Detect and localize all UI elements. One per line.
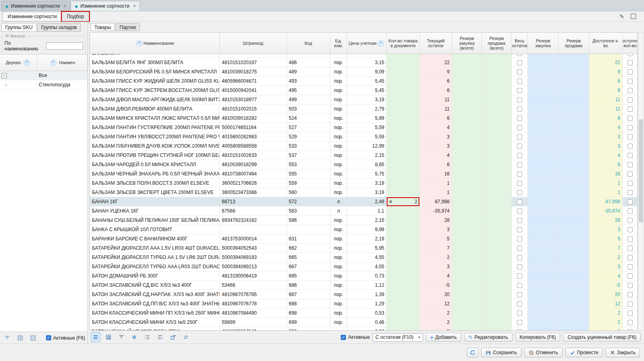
tab-podbor[interactable]: Подбор	[62, 12, 89, 21]
table-row[interactable]: БАТАРЕЙКИ ДЮРАСЕЛЛ ТУРБО AA 1.5V LR6 2ШТ…	[90, 253, 637, 262]
tab-sku-groups[interactable]: Группы SKU	[1, 23, 37, 32]
row-checkbox-available_flag[interactable]	[627, 199, 633, 204]
column-header-name[interactable]: ^Наименование	[90, 33, 220, 54]
export-icon[interactable]	[168, 332, 178, 342]
column-header-res_sale[interactable]: Резерв продажа	[559, 33, 589, 54]
row-checkbox-available_flag[interactable]	[627, 209, 633, 214]
row-checkbox-all_stock_flag[interactable]	[517, 60, 522, 65]
column-header-barcode[interactable]: Штрихкод	[220, 33, 287, 54]
column-header-doc_qty[interactable]: Кол-во товара в документе	[387, 33, 420, 54]
edit-button[interactable]: ✎ Редактировать	[464, 333, 513, 342]
row-checkbox-available_flag[interactable]	[627, 181, 633, 186]
row-checkbox-available_flag[interactable]	[627, 227, 633, 232]
table-row[interactable]: БАТОН ЗАСЛАВСКИЙ СД.НАР.ПАК. ХЛ/З №3 400…	[90, 290, 637, 299]
row-checkbox-available_flag[interactable]	[627, 273, 633, 279]
table-row[interactable]: БАЛЬЗАМ ПАНТИН УВЛ/ВОССТ.200МЛ PANTENE P…	[90, 132, 637, 142]
column-header-res_purchase_total[interactable]: Резерв закупка (всего)	[452, 33, 482, 54]
row-checkbox-available_flag[interactable]	[627, 69, 633, 75]
tab-warehouse-groups[interactable]: Группы складов	[37, 23, 81, 32]
table-row[interactable]: БАНАНЫ СУШ.БЕЛЫЙ ПЕЛИКАН 150Г БЕЛЫЙ ПЕЛИ…	[90, 216, 637, 225]
scrollbar-thumb[interactable]	[639, 119, 643, 222]
row-checkbox-available_flag[interactable]	[627, 88, 633, 93]
row-checkbox-all_stock_flag[interactable]	[517, 125, 522, 130]
row-checkbox-all_stock_flag[interactable]	[517, 273, 522, 279]
row-checkbox-all_stock_flag[interactable]	[517, 209, 522, 214]
row-checkbox-all_stock_flag[interactable]	[517, 79, 522, 84]
row-checkbox-available_flag[interactable]	[627, 320, 633, 325]
row-checkbox-all_stock_flag[interactable]	[517, 97, 522, 102]
table-row[interactable]: БАТОН НЕЖНЫЙ УП.290Г ЛЮБА ПЕЧЬ4811635004…	[90, 327, 637, 330]
table-row[interactable]: БАРАНКИ БАРСКИЕ С ВАНИЛИНОМ 400Г48137530…	[90, 234, 637, 244]
table-row[interactable]: БАТОН ЗАСЛАВСКИЙ СД.В/С ХЛ/З №3 400Г5346…	[90, 281, 637, 290]
row-checkbox-all_stock_flag[interactable]	[517, 144, 522, 149]
stock-filter-select[interactable]: С остатком (F10) ▾	[373, 333, 423, 342]
tab-sort-change[interactable]: Изменение сортности	[2, 12, 62, 21]
row-checkbox-available_flag[interactable]	[627, 54, 633, 56]
table-row[interactable]: БАЛЬЗАМ Д/ВОЛ.МАСЛО АРГ/ЖИДК.ШЕЛК 500МЛ …	[90, 95, 637, 104]
row-checkbox-available_flag[interactable]	[627, 264, 633, 269]
row-checkbox-all_stock_flag[interactable]	[517, 301, 522, 307]
column-header-price[interactable]: Цена учетная^	[347, 33, 387, 54]
column-header-res_sale_total[interactable]: Резерв продажа (всего)	[482, 33, 512, 54]
tree-row-glassware[interactable]: • Стеклопосуда	[0, 80, 88, 90]
edit-pencil-icon[interactable]: ✎	[619, 13, 624, 20]
table-row[interactable]: БАТОН КЛАССИЧЕСКИЙ МИНИ ХЛ/З №5 250Г5569…	[90, 318, 637, 327]
view-grid-icon[interactable]	[104, 332, 113, 342]
row-checkbox-all_stock_flag[interactable]	[517, 134, 522, 140]
table-row[interactable]: БАЛЬЗАМ ЭЛЬСЕВ ПОЛН.ВОССТ.5 200МЛ ELSEVE…	[90, 179, 637, 188]
table-row[interactable]: БАНАН УЦЕНКА 1КГ67566583л1,1-35,974-35,9…	[90, 207, 637, 216]
table-row[interactable]: БАЛЬЗАМ П/БР.НИВЕЯ Д/ЧУВ.КОЖ.УСПОК.100МЛ…	[90, 142, 637, 151]
table-row[interactable]: БАТАРЕЙКИ ДЮРАСЕЛЛ AAA 1.5V LR03 4ШТ DUR…	[90, 244, 637, 253]
row-checkbox-all_stock_flag[interactable]	[517, 283, 522, 288]
refresh-button[interactable]	[467, 348, 478, 357]
row-checkbox-available_flag[interactable]	[627, 190, 633, 195]
table-row[interactable]: БАЛЬЗАМ ЧЕРНЫЙ ЗНАХАРЬ РБ 0.5Л ЧЕРНЫЙ ЗН…	[90, 169, 637, 179]
row-checkbox-all_stock_flag[interactable]	[517, 116, 522, 121]
active-checkbox[interactable]	[46, 335, 51, 340]
row-checkbox-all_stock_flag[interactable]	[517, 236, 522, 242]
table-row[interactable]: БАЛЬЗАМ ПАНТИН ГУСТ/КРЕПКИЕ 200МЛ PANTEN…	[90, 123, 637, 132]
table-row[interactable]: БАТОН КЛАССИЧЕСКИЙ МИНИ ПП ХЛ/З №5 250Г …	[90, 309, 637, 318]
row-checkbox-all_stock_flag[interactable]	[517, 264, 522, 269]
column-header-code[interactable]: Код	[287, 33, 330, 54]
row-checkbox-available_flag[interactable]	[627, 301, 633, 307]
view-list-icon[interactable]	[91, 332, 100, 342]
window-tab-1[interactable]: ◆ Изменения сортности ×	[1, 1, 70, 11]
tab-batches[interactable]: Партии	[115, 23, 140, 31]
table-row[interactable]: БАТОН ДОМАШНИЙ РБ 300Г4813190006419685по…	[90, 271, 637, 281]
row-checkbox-available_flag[interactable]	[627, 134, 633, 140]
row-checkbox-available_flag[interactable]	[627, 97, 633, 102]
column-header-available[interactable]: Доступное к-во	[589, 33, 623, 54]
row-checkbox-all_stock_flag[interactable]	[517, 171, 522, 177]
numbered-list-icon[interactable]	[142, 332, 152, 342]
column-header-tree[interactable]: Дерево ^	[0, 54, 37, 71]
table-row[interactable]: БАЛЬЗАМ Д/ВОЛ.РЕВИВОР 450МЛ БЕЛИТА481015…	[90, 104, 637, 114]
add-button[interactable]: + Добавить	[426, 333, 461, 342]
row-checkbox-all_stock_flag[interactable]	[517, 218, 522, 223]
column-header-available_flag[interactable]: Доступное кол-во	[623, 33, 638, 54]
list-settings-icon[interactable]	[155, 332, 165, 342]
cancel-button[interactable]: Отменить	[524, 348, 563, 357]
table-row[interactable]: БАНАН 1КГ66713572л2,49✕287,99887,998	[90, 197, 637, 207]
row-checkbox-available_flag[interactable]	[627, 125, 633, 130]
tab-products[interactable]: Товары	[90, 23, 115, 31]
sync-icon[interactable]	[181, 332, 191, 342]
table-row[interactable]: БАЛЬЗАМ ...	[90, 54, 637, 58]
table-row[interactable]: БАЛЬЗАМ БЕЛОРУССКИЙ РБ 0.5Л МИНСК КРИСТА…	[90, 67, 637, 77]
active-filter-main[interactable]: Активные	[341, 334, 370, 340]
row-checkbox-all_stock_flag[interactable]	[517, 199, 522, 204]
expand-all-icon[interactable]	[15, 333, 25, 343]
maximize-icon[interactable]	[631, 14, 636, 19]
row-checkbox-all_stock_flag[interactable]	[517, 329, 522, 331]
table-row[interactable]: БАЛЬЗАМ ГЛИСС КУР ЭКСТРЕМ.ВОССТАН.200МЛ …	[90, 86, 637, 95]
row-checkbox-all_stock_flag[interactable]	[517, 181, 522, 186]
filter-icon[interactable]	[2, 333, 12, 343]
row-checkbox-available_flag[interactable]	[627, 171, 633, 177]
name-filter-input[interactable]	[46, 42, 83, 50]
row-checkbox-all_stock_flag[interactable]	[517, 255, 522, 260]
row-checkbox-available_flag[interactable]	[627, 116, 633, 121]
row-checkbox-all_stock_flag[interactable]	[517, 54, 522, 56]
filter-icon[interactable]	[117, 332, 126, 342]
column-header-stock[interactable]: Текущий остаток	[420, 33, 452, 54]
row-checkbox-available_flag[interactable]	[627, 311, 633, 316]
